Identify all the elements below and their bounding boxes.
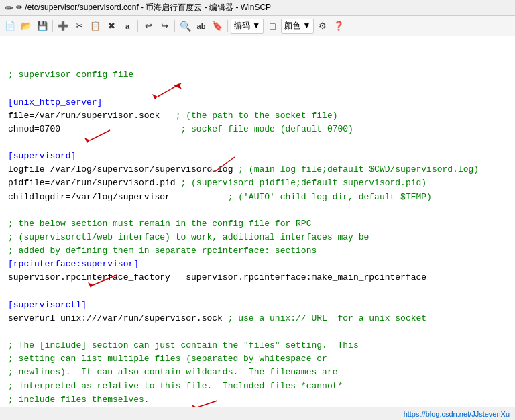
line-9: pidfile=/var/run/supervisord.pid ; (supe… bbox=[8, 178, 426, 188]
line-18: [supervisorctl] bbox=[8, 300, 87, 310]
line-23: ; newlines). It can also contain wildcar… bbox=[8, 367, 337, 377]
line-24: ; interpreted as relative to this file. … bbox=[8, 381, 343, 391]
line-12: ; the below section must remain in the c… bbox=[8, 219, 311, 229]
line-14: ; added by defining them in separate rpc… bbox=[8, 246, 317, 256]
line-21: ; The [include] section can just contain… bbox=[8, 340, 359, 350]
editor-container[interactable]: ; supervisor config file [unix_http_serv… bbox=[0, 36, 515, 407]
line-19: serverurl=unix:///var/run/supervisor.soc… bbox=[8, 313, 426, 323]
line-1: ; supervisor config file bbox=[8, 70, 133, 80]
toolbar-settings-btn[interactable]: ⚙ bbox=[315, 19, 330, 34]
toolbar: 📄 📂 💾 ➕ ✂ 📋 ✖ a ↩ ↪ 🔍 ab 🔖 编码 ▼ □ 颜色 ▼ ⚙… bbox=[0, 16, 515, 36]
toolbar-sep3 bbox=[174, 20, 175, 32]
toolbar-sep4 bbox=[227, 20, 228, 32]
line-25: ; include files themselves. bbox=[8, 395, 150, 405]
toolbar-copy-btn[interactable]: 📋 bbox=[88, 19, 103, 34]
toolbar-help-btn[interactable]: ❓ bbox=[331, 19, 346, 34]
line-22: ; setting can list multiple files (separ… bbox=[8, 354, 327, 364]
line-4: file=/var/run/supervisor.sock ; (the pat… bbox=[8, 111, 337, 121]
line-8: logfile=/var/log/supervisor/supervisord.… bbox=[8, 164, 479, 174]
title-bar: ✏ ✏ /etc/supervisor/supervisord.conf - 币… bbox=[0, 0, 515, 16]
toolbar-color-dropdown[interactable]: 颜色 ▼ bbox=[281, 19, 314, 34]
toolbar-sep1 bbox=[52, 20, 53, 32]
title-icon: ✏ bbox=[5, 3, 13, 13]
code-content: ; supervisor config file [unix_http_serv… bbox=[8, 42, 507, 407]
toolbar-redo-btn[interactable]: ↪ bbox=[157, 19, 172, 34]
line-16: supervisor.rpcinterface_factory = superv… bbox=[8, 272, 426, 282]
toolbar-open-btn[interactable]: 📂 bbox=[19, 19, 34, 34]
line-13: ; (supervisorctl/web interface) to work,… bbox=[8, 232, 369, 242]
toolbar-new-btn[interactable]: 📄 bbox=[3, 19, 17, 34]
toolbar-find-btn[interactable]: 🔍 bbox=[178, 19, 192, 34]
status-url: https://blog.csdn.net/JJstevenXu bbox=[404, 410, 510, 418]
svg-line-5 bbox=[197, 401, 217, 407]
toolbar-save-btn[interactable]: 💾 bbox=[35, 19, 50, 34]
toolbar-rename-btn[interactable]: a bbox=[120, 19, 135, 34]
line-10: childlogdir=/var/log/supervisor ; ('AUTO… bbox=[8, 192, 432, 202]
toolbar-bookmark-btn[interactable]: 🔖 bbox=[210, 19, 225, 34]
toolbar-sep2 bbox=[137, 20, 138, 32]
status-bar: https://blog.csdn.net/JJstevenXu bbox=[0, 407, 515, 420]
svg-line-0 bbox=[158, 83, 181, 97]
line-3: [unix_http_server] bbox=[8, 97, 102, 107]
svg-marker-1 bbox=[174, 82, 183, 91]
toolbar-delete-btn[interactable]: ✖ bbox=[104, 19, 119, 34]
line-7: [supervisord] bbox=[8, 151, 76, 161]
toolbar-charset-btn[interactable]: ab bbox=[194, 19, 209, 34]
line-15: [rpcinterface:supervisor] bbox=[8, 259, 139, 269]
title-text: ✏ /etc/supervisor/supervisord.conf - 币海启… bbox=[16, 2, 510, 13]
line-5: chmod=0700 ; sockef file mode (default 0… bbox=[8, 124, 353, 134]
toolbar-checkbox-btn[interactable]: □ bbox=[265, 19, 280, 34]
toolbar-add-btn[interactable]: ➕ bbox=[56, 19, 70, 34]
toolbar-encoding-dropdown[interactable]: 编码 ▼ bbox=[231, 19, 264, 34]
toolbar-undo-btn[interactable]: ↩ bbox=[141, 19, 156, 34]
toolbar-cut-btn[interactable]: ✂ bbox=[72, 19, 87, 34]
